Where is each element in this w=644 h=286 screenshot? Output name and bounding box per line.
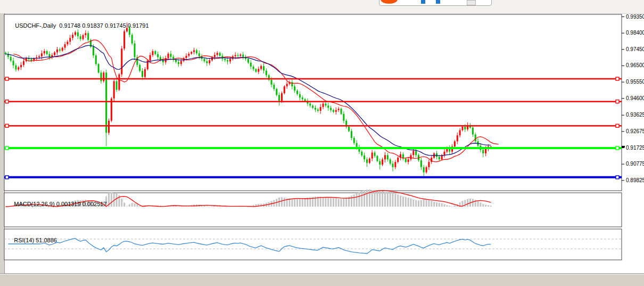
candle-body	[444, 152, 445, 155]
candle-body	[150, 55, 151, 60]
candle-body	[273, 85, 275, 89]
candle-body	[351, 131, 352, 138]
candle-body	[343, 114, 344, 121]
candle-body	[98, 64, 100, 72]
candle-body	[116, 81, 118, 89]
candle-body	[93, 47, 94, 55]
candle-body	[41, 53, 43, 56]
candle-body	[299, 94, 301, 97]
candle-body	[31, 59, 32, 61]
hline-handle[interactable]	[616, 100, 619, 103]
candle-body	[457, 135, 458, 141]
candle-body	[206, 61, 208, 63]
candle-body	[325, 103, 326, 105]
candle-body	[379, 161, 381, 165]
candle-body	[105, 72, 107, 133]
hline-handle[interactable]	[616, 146, 619, 150]
candle-body	[108, 121, 110, 133]
hline-handle[interactable]	[5, 176, 9, 179]
candle-body	[203, 59, 205, 62]
candle-body	[152, 51, 153, 55]
candle-body	[405, 159, 407, 162]
candle-body	[271, 80, 273, 85]
candle-body	[296, 91, 298, 94]
candle-body	[59, 50, 61, 51]
candle-body	[247, 59, 249, 63]
price-tick-label: 0.92675	[626, 129, 644, 134]
hline-handle[interactable]	[616, 176, 619, 179]
candle-body	[278, 95, 280, 101]
candle-body	[276, 89, 277, 95]
hline-handle[interactable]	[5, 100, 9, 103]
candle-body	[193, 50, 195, 52]
price-tick-label: 0.98400	[626, 30, 644, 36]
symbol-period-label: USDCHF-,Daily	[15, 22, 56, 29]
candle-body	[154, 51, 156, 54]
candle-body	[382, 159, 383, 165]
hline-handle[interactable]	[5, 146, 9, 150]
candle-body	[69, 38, 71, 42]
candle-body	[338, 109, 340, 110]
candle-body	[408, 159, 409, 162]
candle-body	[485, 149, 486, 153]
current-price-tick	[622, 146, 625, 148]
main-panel-frame	[4, 14, 622, 191]
candle-body	[196, 50, 197, 53]
price-tick-label: 0.93625	[626, 112, 644, 118]
macd-title: MACD(12,26,9) 0.001319 0.002517	[7, 194, 107, 214]
candle-body	[459, 130, 461, 135]
candle-body	[38, 56, 40, 58]
candle-body	[335, 110, 337, 112]
candle-body	[384, 155, 386, 159]
rsi-value: 51.0886	[36, 237, 57, 243]
price-tick-label: 0.95550	[626, 79, 644, 85]
candle-body	[255, 69, 257, 72]
candle-body	[392, 164, 394, 167]
candle-body	[366, 159, 368, 162]
candle-body	[13, 61, 14, 66]
candle-body	[439, 157, 440, 159]
candle-body	[266, 70, 267, 75]
candle-body	[235, 55, 236, 56]
candle-body	[364, 156, 365, 159]
candle-body	[240, 54, 241, 55]
rsi-panel-frame	[4, 229, 622, 260]
candle-body	[281, 93, 283, 101]
hline-handle[interactable]	[616, 124, 619, 127]
candle-body	[475, 135, 476, 142]
candle-body	[286, 84, 288, 86]
macd-label: MACD(12,26,9)	[14, 201, 54, 207]
candle-body	[317, 110, 319, 111]
candle-body	[168, 54, 169, 58]
candle-body	[54, 52, 55, 55]
candle-body	[353, 138, 355, 143]
candle-body	[464, 127, 466, 129]
candle-body	[390, 159, 391, 164]
candle-body	[23, 61, 24, 65]
candle-body	[131, 35, 133, 43]
candle-body	[18, 67, 19, 69]
candle-body	[209, 60, 210, 63]
hline-handle[interactable]	[616, 77, 619, 80]
candle-body	[341, 109, 342, 114]
hline-handle[interactable]	[5, 124, 9, 127]
candle-body	[62, 48, 63, 51]
candle-body	[472, 128, 474, 135]
candle-body	[178, 62, 179, 64]
candle-body	[374, 152, 376, 156]
price-tick-label: 0.91725	[626, 145, 644, 151]
candle-body	[420, 160, 422, 167]
candle-body	[100, 72, 102, 81]
hline-handle[interactable]	[5, 77, 9, 80]
candle-body	[426, 167, 427, 173]
candle-body	[170, 54, 171, 57]
candle-body	[312, 105, 313, 108]
mt4-window: USDCHF-,Daily 0.91748 0.91837 0.91745 0.…	[0, 0, 644, 286]
chart-canvas[interactable]	[0, 0, 644, 286]
candle-body	[191, 52, 192, 54]
candle-body	[48, 54, 50, 58]
candle-body	[412, 151, 414, 155]
candle-body	[217, 53, 218, 55]
candle-body	[15, 66, 16, 70]
candle-body	[188, 54, 189, 56]
